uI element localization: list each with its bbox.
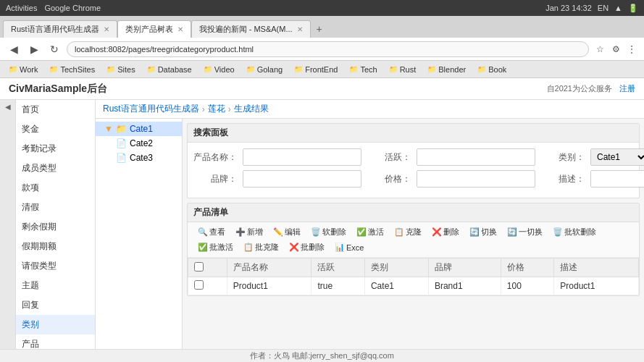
col-name-header[interactable]: 产品名称 — [227, 258, 311, 277]
col-category-header[interactable]: 类别 — [364, 258, 428, 277]
wifi-icon: ▲ — [614, 4, 622, 12]
reload-button[interactable]: ↻ — [46, 41, 62, 57]
toolbar-add-btn[interactable]: ➕ 新增 — [231, 225, 267, 239]
toolbar-excel-btn[interactable]: 📊 Exce — [330, 241, 368, 253]
bookmark-sites[interactable]: 📁 Sites — [102, 64, 139, 75]
sidebar-item-attendance[interactable]: 考勤记录 — [16, 139, 95, 159]
breadcrumb-result[interactable]: 生成结果 — [234, 103, 269, 115]
sidebar-item-membertype[interactable]: 成员类型 — [16, 159, 95, 178]
toolbar-edit-btn[interactable]: ✏️ 编辑 — [269, 225, 305, 239]
url-input[interactable] — [67, 41, 589, 57]
bookmark-frontend[interactable]: 📁 FrontEnd — [290, 64, 342, 75]
toolbar-delete-btn[interactable]: ❌ 删除 — [427, 225, 464, 239]
sidebar-item-leave-type[interactable]: 请假类型 — [16, 256, 95, 276]
menu-icon[interactable]: ⋮ — [625, 43, 638, 56]
tree-file-icon-3: 📄 — [116, 153, 127, 163]
toolbar-clone-btn[interactable]: 📋 克隆 — [390, 225, 426, 239]
browser-tabbar: Rust语言通用代码生成器 ✕ 类别产品树表 ✕ 我投遍的新闻 - MS&A(M… — [0, 16, 644, 38]
toolbar-soft-delete-btn[interactable]: 🗑️ 软删除 — [306, 225, 351, 239]
col-description-header[interactable]: 描述 — [554, 258, 639, 277]
description-label: 描述： — [541, 173, 585, 185]
bookmark-folder-icon-4: 📁 — [147, 65, 156, 73]
search-row-2: 品牌： 价格： 描述： — [193, 170, 633, 188]
sidebar-item-leave-quota[interactable]: 假期期额 — [16, 237, 95, 256]
tree-node-cate3[interactable]: 📄 Cate3 — [107, 151, 182, 165]
sidebar-item-reply[interactable]: 回复 — [16, 295, 95, 315]
bookmark-golang[interactable]: 📁 Golang — [242, 64, 287, 75]
bookmark-blender[interactable]: 📁 Blender — [423, 64, 470, 75]
description-input[interactable] — [590, 170, 644, 188]
tab-close-3[interactable]: ✕ — [297, 25, 303, 33]
breadcrumb-lotus[interactable]: 莲花 — [208, 103, 225, 115]
tab-add-button[interactable]: + — [311, 20, 328, 38]
category-select[interactable]: Cate1 Cate2 Cate3 — [590, 148, 644, 166]
bookmark-folder-icon-2: 📁 — [49, 65, 58, 73]
toolbar-batch-clone-btn[interactable]: 📋 批克隆 — [239, 240, 283, 254]
register-link[interactable]: 注册 — [619, 83, 635, 94]
tab-close-1[interactable]: ✕ — [104, 25, 109, 33]
forward-button[interactable]: ▶ — [26, 41, 42, 57]
bookmark-folder-icon-8: 📁 — [349, 65, 358, 73]
bookmark-folder-icon-9: 📁 — [389, 65, 398, 73]
sidebar-item-product[interactable]: 产品 — [16, 334, 95, 349]
bookmark-tech[interactable]: 📁 Tech — [345, 64, 381, 75]
sidebar-item-leave[interactable]: 清假 — [16, 198, 95, 217]
tab-rust-codegen[interactable]: Rust语言通用代码生成器 ✕ — [3, 20, 117, 38]
excel-label: Exce — [346, 243, 364, 252]
tree-node-cate2[interactable]: 📄 Cate2 — [107, 136, 182, 151]
sidebar-item-category[interactable]: 类别 — [16, 315, 95, 334]
sidebar-item-payment[interactable]: 款项 — [16, 178, 95, 198]
col-price-header[interactable]: 价格 — [501, 258, 554, 277]
sidebar-item-home[interactable]: 首页 — [16, 100, 95, 119]
tree-node-cate1[interactable]: ▼ 📁 Cate1 — [96, 122, 182, 136]
sidebar-item-remaining-leave[interactable]: 剩余假期 — [16, 217, 95, 237]
activate-label: 激活 — [368, 227, 384, 237]
back-button[interactable]: ◀ — [6, 41, 22, 57]
toolbar-toggle-all-btn[interactable]: 🔄 一切换 — [503, 225, 547, 239]
app-subtitle: 自2021为公众服务 — [547, 83, 612, 94]
toolbar-batch-activate-btn[interactable]: ✅ 批激活 — [193, 240, 238, 254]
tab-close-2[interactable]: ✕ — [177, 25, 183, 33]
col-checkbox-header — [188, 258, 227, 277]
bookmark-work[interactable]: 📁 Work — [4, 64, 42, 75]
clone-icon: 📋 — [394, 227, 404, 237]
bookmark-database[interactable]: 📁 Database — [143, 64, 196, 75]
batch-delete-icon: ❌ — [289, 243, 299, 252]
row-checkbox-cell — [188, 277, 227, 295]
active-input[interactable] — [417, 148, 535, 166]
bookmark-sites-label: Sites — [117, 65, 135, 74]
bookmark-video[interactable]: 📁 Video — [199, 64, 239, 75]
toolbar-view-btn[interactable]: 🔍 查看 — [193, 225, 230, 239]
bookmark-frontend-label: FrontEnd — [305, 65, 338, 74]
tab-category-product[interactable]: 类别产品树表 ✕ — [117, 20, 191, 38]
toolbar-toggle-btn[interactable]: 🔄 切换 — [465, 225, 501, 239]
toolbar-batch-soft-delete-btn[interactable]: 🗑️ 批软删除 — [548, 225, 601, 239]
bookmark-techsites[interactable]: 📁 TechSites — [45, 64, 99, 75]
toolbar-activate-btn[interactable]: ✅ 激活 — [352, 225, 388, 239]
col-active-header[interactable]: 活跃 — [311, 258, 365, 277]
bookmark-book[interactable]: 📁 Book — [473, 64, 511, 75]
col-brand-header[interactable]: 品牌 — [428, 258, 501, 277]
sidebar-item-topic[interactable]: 主题 — [16, 276, 95, 295]
price-input[interactable] — [417, 170, 535, 188]
bookmark-blender-label: Blender — [438, 65, 466, 74]
brand-input[interactable] — [243, 170, 361, 188]
table-row: Product1 true Cate1 Brand1 100 Product1 — [188, 277, 639, 295]
activities-label[interactable]: Activities — [6, 4, 37, 12]
row-checkbox[interactable] — [194, 280, 204, 290]
select-all-checkbox[interactable] — [194, 262, 204, 272]
toolbar-batch-delete-btn[interactable]: ❌ 批删除 — [285, 240, 329, 254]
bookmark-book-label: Book — [488, 65, 506, 74]
bookmark-rust[interactable]: 📁 Rust — [385, 64, 421, 75]
sidebar-item-bonus[interactable]: 奖金 — [16, 119, 95, 139]
product-name-input[interactable] — [243, 148, 361, 166]
tab-news[interactable]: 我投遍的新闻 - MS&A(M... ✕ — [191, 20, 311, 38]
extensions-icon[interactable]: ⚙ — [609, 43, 622, 56]
bookmark-star-icon[interactable]: ☆ — [593, 43, 606, 56]
row-price-cell: 100 — [501, 277, 554, 295]
main-content: Rust语言通用代码生成器 › 莲花 › 生成结果 ▼ 📁 Cate1 📄 Ca… — [96, 100, 644, 349]
tree-node-label-3: Cate3 — [130, 153, 153, 163]
search-panel: 搜索面板 产品名称： 活跃： 类别： Cate1 — [187, 123, 640, 198]
breadcrumb-codegen[interactable]: Rust语言通用代码生成器 — [103, 103, 199, 115]
sidebar-toggle-button[interactable]: ◀ — [0, 100, 16, 349]
